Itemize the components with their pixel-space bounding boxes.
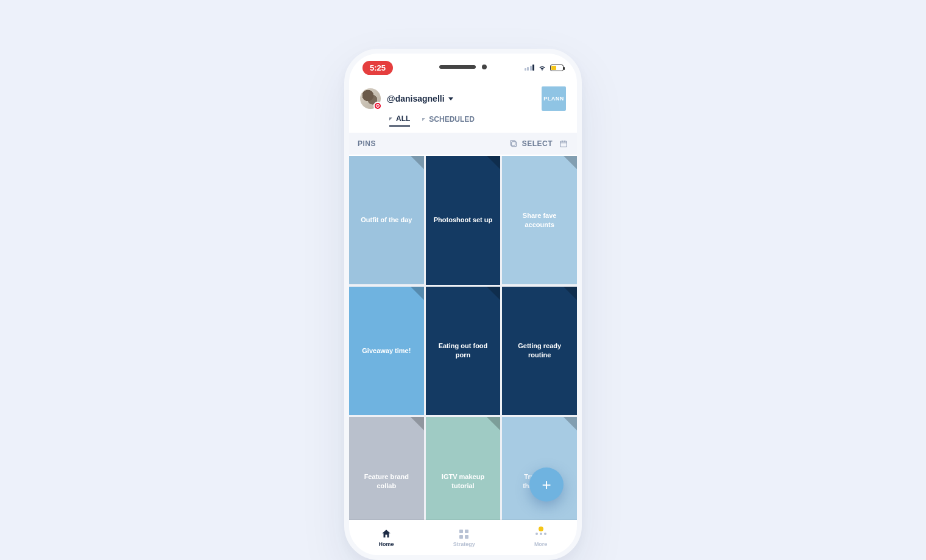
pin-label: Feature brand collab <box>355 472 418 491</box>
svg-rect-0 <box>511 142 516 147</box>
phone-side-button <box>344 181 345 215</box>
svg-rect-1 <box>510 141 515 145</box>
status-time-recording-pill: 5:25 <box>362 61 393 75</box>
multi-select-icon <box>509 139 518 149</box>
pinterest-badge-icon <box>373 102 382 110</box>
pin-label: Getting ready routine <box>508 341 571 360</box>
nav-home[interactable]: Home <box>379 528 394 547</box>
pin-label: Giveaway time! <box>362 346 411 355</box>
strategy-icon <box>458 528 470 540</box>
avatar <box>360 88 381 109</box>
tab-marker-icon <box>422 118 425 121</box>
pin-card[interactable]: Eating out food porn <box>426 287 501 416</box>
corner-fold-icon <box>564 287 577 300</box>
chevron-down-icon <box>448 97 453 100</box>
select-label: SELECT <box>522 139 553 148</box>
pin-card[interactable]: Giveaway time! <box>349 287 424 415</box>
tab-scheduled[interactable]: SCHEDULED <box>422 114 475 127</box>
pin-label: Photoshoot set up <box>434 215 493 225</box>
pin-card[interactable]: Photoshoot set up <box>426 156 501 285</box>
pin-card[interactable]: IGTV makeup tutorial <box>426 417 501 520</box>
brand-logo[interactable]: PLANN <box>542 86 566 111</box>
corner-fold-icon <box>564 156 577 169</box>
pin-grid: Outfit of the dayPhotoshoot set upShare … <box>349 156 577 520</box>
bottom-nav: Home Strategy More <box>349 520 577 555</box>
wifi-icon <box>538 63 546 72</box>
corner-fold-icon <box>487 287 500 300</box>
tab-label: SCHEDULED <box>429 115 475 124</box>
cellular-signal-icon <box>525 65 535 71</box>
corner-fold-icon <box>487 417 500 430</box>
nav-label: Strategy <box>453 541 475 547</box>
tab-label: ALL <box>396 114 410 123</box>
phone-side-button <box>344 222 345 256</box>
status-bar: 5:25 <box>349 54 577 82</box>
pin-card[interactable]: Share fave accounts <box>502 156 577 284</box>
battery-icon <box>550 65 564 71</box>
pin-card[interactable]: Feature brand collab <box>349 417 424 520</box>
grid-subheader: PINS SELECT <box>349 133 577 155</box>
corner-fold-icon <box>411 156 424 169</box>
pin-label: Share fave accounts <box>508 211 571 229</box>
front-camera <box>482 65 487 69</box>
account-handle: @danisagnelli <box>387 94 445 103</box>
content-scroll-area[interactable]: Outfit of the dayPhotoshoot set upShare … <box>349 156 577 520</box>
calendar-button[interactable] <box>559 139 568 149</box>
svg-rect-2 <box>560 141 567 147</box>
phone-frame: 5:25 @danisagnelli <box>344 49 582 560</box>
nav-strategy[interactable]: Strategy <box>453 528 475 547</box>
corner-fold-icon <box>411 417 424 430</box>
phone-side-button <box>581 181 582 236</box>
nav-label: More <box>534 541 548 547</box>
phone-notch <box>439 65 487 69</box>
section-title: PINS <box>358 139 376 148</box>
home-icon <box>380 528 392 540</box>
status-icons <box>525 63 564 72</box>
corner-fold-icon <box>487 156 500 169</box>
speaker-slot <box>439 65 476 69</box>
tab-all[interactable]: ALL <box>389 114 410 127</box>
nav-label: Home <box>379 541 394 547</box>
pin-label: Outfit of the day <box>361 215 412 225</box>
content-tabs: ALL SCHEDULED <box>349 114 577 133</box>
corner-fold-icon <box>411 287 424 300</box>
account-switcher[interactable]: @danisagnelli <box>360 88 453 109</box>
app-header: @danisagnelli PLANN <box>349 82 577 114</box>
pin-label: Eating out food porn <box>432 341 495 360</box>
pin-card[interactable]: Getting ready routine <box>502 287 577 415</box>
pin-card[interactable]: Outfit of the day <box>349 156 424 284</box>
phone-side-button <box>344 151 345 173</box>
pin-label: IGTV makeup tutorial <box>432 472 495 491</box>
select-button[interactable]: SELECT <box>509 139 553 149</box>
tab-marker-icon <box>389 117 392 121</box>
nav-more[interactable]: More <box>534 528 548 547</box>
add-pin-fab[interactable]: + <box>529 467 564 502</box>
calendar-icon <box>559 139 568 149</box>
corner-fold-icon <box>564 417 577 430</box>
